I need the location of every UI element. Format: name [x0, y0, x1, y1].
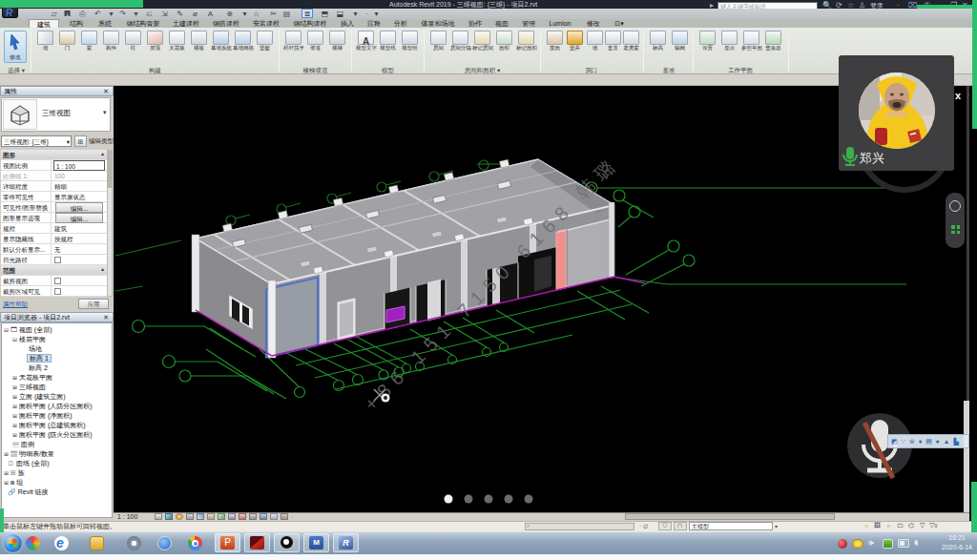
svg-text:+: +	[968, 91, 969, 99]
svg-text:郑兴: 郑兴	[859, 151, 884, 165]
svg-text:x: x	[955, 90, 962, 101]
